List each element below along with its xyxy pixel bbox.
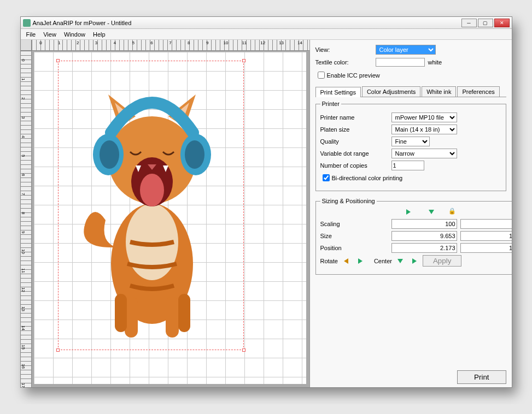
svg-rect-2 bbox=[166, 297, 179, 338]
window-title: AnaJet AnaRIP for mPower - Untitled bbox=[33, 20, 132, 26]
rotate-label: Rotate bbox=[320, 258, 338, 264]
printer-legend: Printer bbox=[320, 100, 341, 107]
bidirectional-label: Bi-directional color printing bbox=[332, 175, 403, 181]
menu-view[interactable]: View bbox=[40, 30, 60, 39]
minimize-button[interactable]: ─ bbox=[461, 19, 477, 27]
app-window: AnaJet AnaRIP for mPower - Untitled ─ ▢ … bbox=[20, 16, 512, 388]
rotate-cw-button[interactable] bbox=[355, 257, 365, 265]
size-h-input[interactable] bbox=[460, 231, 512, 241]
scaling-y-input[interactable] bbox=[460, 219, 512, 229]
view-label: View: bbox=[315, 46, 376, 53]
textile-value: white bbox=[428, 59, 442, 66]
dot-range-label: Variable dot range bbox=[320, 150, 391, 157]
resize-handle-bl[interactable] bbox=[56, 348, 60, 352]
close-button[interactable]: ✕ bbox=[494, 19, 510, 27]
resize-handle-br[interactable] bbox=[242, 348, 245, 352]
printer-name-select[interactable]: mPower MP10 file bbox=[391, 113, 457, 122]
app-icon bbox=[23, 19, 31, 27]
svg-rect-3 bbox=[115, 294, 127, 332]
center-v-button[interactable] bbox=[410, 257, 419, 265]
lock-icon[interactable]: 🔒 bbox=[448, 208, 456, 216]
menu-file[interactable]: File bbox=[23, 30, 39, 39]
quality-label: Quality bbox=[320, 138, 391, 145]
resize-handle-tl[interactable] bbox=[56, 59, 60, 62]
size-label: Size bbox=[320, 233, 391, 239]
view-select[interactable]: Color layer bbox=[376, 45, 436, 55]
center-label: Center bbox=[374, 258, 392, 264]
platen-size-label: Platen size bbox=[320, 126, 391, 133]
apply-button[interactable]: Apply bbox=[423, 255, 461, 267]
settings-panel: View: Color layer Textile color: white E… bbox=[309, 40, 512, 387]
sizing-group: Sizing & Positioning 🔒 Scaling Size i bbox=[315, 198, 512, 275]
platen-size-select[interactable]: Main (14 x 18 in) bbox=[391, 125, 457, 134]
position-x-input[interactable] bbox=[391, 243, 457, 253]
menu-window[interactable]: Window bbox=[61, 30, 89, 39]
tab-print-settings[interactable]: Print Settings bbox=[315, 87, 361, 97]
canvas-area[interactable]: 0 1 2 3 4 5 6 7 8 9 10 11 12 13 14 0 1 2… bbox=[21, 40, 309, 387]
svg-rect-4 bbox=[178, 294, 190, 332]
copies-label: Number of copies bbox=[320, 162, 391, 169]
menu-help[interactable]: Help bbox=[90, 30, 109, 39]
bidirectional-checkbox[interactable] bbox=[323, 174, 330, 181]
copies-input[interactable] bbox=[391, 161, 424, 170]
titlebar: AnaJet AnaRIP for mPower - Untitled ─ ▢ … bbox=[21, 17, 512, 29]
tab-color-adjustments[interactable]: Color Adjustments bbox=[362, 86, 420, 97]
settings-tabs: Print Settings Color Adjustments White i… bbox=[315, 86, 506, 97]
ruler-corner bbox=[21, 40, 32, 51]
print-button[interactable]: Print bbox=[457, 370, 506, 384]
center-h-button[interactable] bbox=[395, 257, 405, 265]
maximize-button[interactable]: ▢ bbox=[478, 19, 493, 27]
svg-point-10 bbox=[185, 140, 204, 169]
ruler-horizontal: 0 1 2 3 4 5 6 7 8 9 10 11 12 13 14 bbox=[32, 40, 309, 51]
tab-preferences[interactable]: Preferences bbox=[457, 86, 499, 97]
quality-select[interactable]: Fine bbox=[391, 137, 430, 146]
textile-color-swatch[interactable] bbox=[376, 58, 425, 67]
position-label: Position bbox=[320, 245, 391, 251]
dot-range-select[interactable]: Narrow bbox=[391, 149, 457, 158]
svg-point-12 bbox=[140, 174, 164, 206]
scaling-label: Scaling bbox=[320, 221, 391, 227]
window-controls: ─ ▢ ✕ bbox=[461, 19, 510, 27]
rotate-ccw-button[interactable] bbox=[341, 257, 351, 265]
artwork-image[interactable] bbox=[70, 78, 234, 340]
icc-preview-label: Enable ICC preview bbox=[327, 72, 380, 79]
printer-group: Printer Printer name mPower MP10 file Pl… bbox=[315, 100, 506, 191]
textile-label: Textile color: bbox=[315, 59, 376, 66]
svg-point-9 bbox=[100, 140, 119, 169]
vertical-icon bbox=[426, 208, 436, 216]
position-y-input[interactable] bbox=[460, 243, 512, 253]
scaling-x-input[interactable] bbox=[391, 219, 457, 229]
resize-handle-tr[interactable] bbox=[242, 59, 245, 62]
printer-name-label: Printer name bbox=[320, 114, 391, 121]
menubar: File View Window Help bbox=[21, 29, 512, 40]
sizing-legend: Sizing & Positioning bbox=[320, 198, 377, 204]
horizontal-icon bbox=[404, 208, 413, 216]
ruler-vertical: 0 1 2 3 4 5 6 7 8 9 10 11 12 13 14 15 16… bbox=[21, 51, 32, 387]
tab-white-ink[interactable]: White ink bbox=[422, 86, 456, 97]
size-w-input[interactable] bbox=[391, 231, 457, 241]
icc-preview-checkbox[interactable] bbox=[318, 72, 325, 79]
